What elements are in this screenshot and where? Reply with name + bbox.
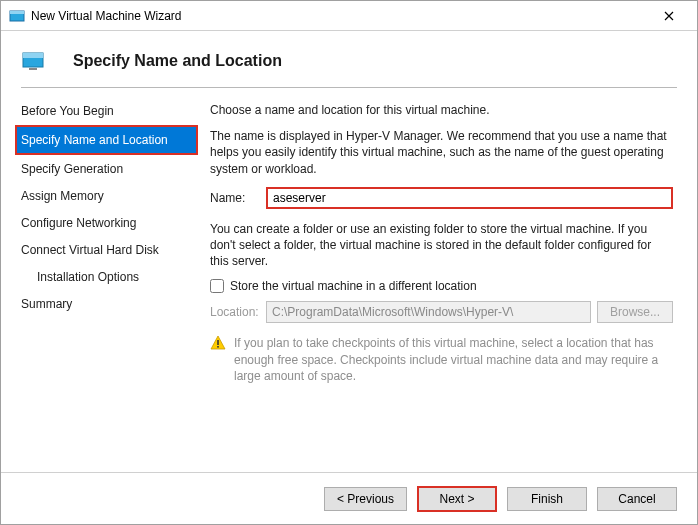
page-title: Specify Name and Location <box>73 52 282 70</box>
name-input[interactable] <box>266 187 673 209</box>
store-different-location-label: Store the virtual machine in a different… <box>230 279 477 293</box>
step-specify-name-location[interactable]: Specify Name and Location <box>15 125 198 155</box>
info-text: If you plan to take checkpoints of this … <box>234 335 673 384</box>
previous-button[interactable]: < Previous <box>324 487 407 511</box>
close-button[interactable] <box>649 2 689 30</box>
app-icon <box>9 8 25 24</box>
location-label: Location: <box>210 305 266 319</box>
location-input <box>266 301 591 323</box>
step-summary[interactable]: Summary <box>19 291 196 317</box>
step-installation-options[interactable]: Installation Options <box>19 264 196 290</box>
folder-description: You can create a folder or use an existi… <box>210 221 673 270</box>
wizard-main-panel: Choose a name and location for this virt… <box>196 98 697 472</box>
store-different-location-checkbox[interactable] <box>210 279 224 293</box>
next-button[interactable]: Next > <box>417 486 497 512</box>
step-configure-networking[interactable]: Configure Networking <box>19 210 196 236</box>
warning-icon <box>210 335 226 351</box>
svg-rect-3 <box>23 53 43 58</box>
step-connect-virtual-hard-disk[interactable]: Connect Virtual Hard Disk <box>19 237 196 263</box>
description-text: The name is displayed in Hyper-V Manager… <box>210 128 673 177</box>
browse-button: Browse... <box>597 301 673 323</box>
wizard-header: Specify Name and Location <box>1 31 697 87</box>
monitor-icon <box>21 49 45 73</box>
step-assign-memory[interactable]: Assign Memory <box>19 183 196 209</box>
svg-rect-4 <box>29 68 37 70</box>
cancel-button[interactable]: Cancel <box>597 487 677 511</box>
svg-rect-1 <box>10 11 24 14</box>
intro-text: Choose a name and location for this virt… <box>210 102 673 118</box>
step-before-you-begin[interactable]: Before You Begin <box>19 98 196 124</box>
svg-rect-5 <box>217 340 219 345</box>
wizard-steps-sidebar: Before You Begin Specify Name and Locati… <box>1 98 196 472</box>
name-label: Name: <box>210 191 266 205</box>
title-bar: New Virtual Machine Wizard <box>1 1 697 31</box>
wizard-footer: < Previous Next > Finish Cancel <box>1 472 697 524</box>
step-specify-generation[interactable]: Specify Generation <box>19 156 196 182</box>
finish-button[interactable]: Finish <box>507 487 587 511</box>
svg-rect-6 <box>217 346 219 348</box>
window-title: New Virtual Machine Wizard <box>31 9 649 23</box>
